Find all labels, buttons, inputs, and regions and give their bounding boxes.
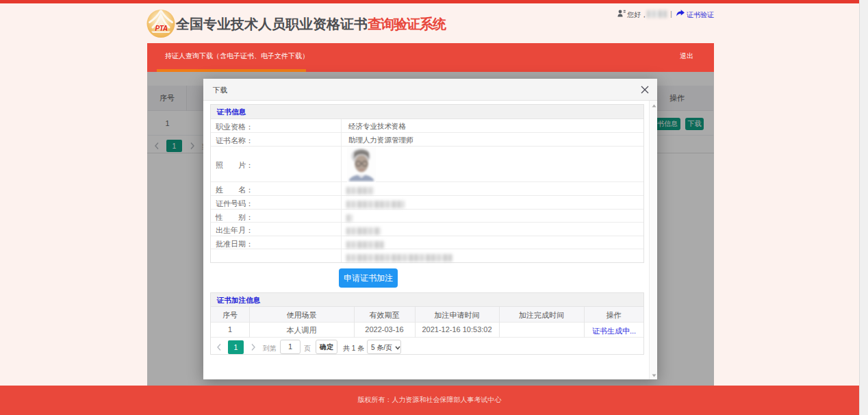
svg-text:PTA: PTA <box>155 25 168 32</box>
